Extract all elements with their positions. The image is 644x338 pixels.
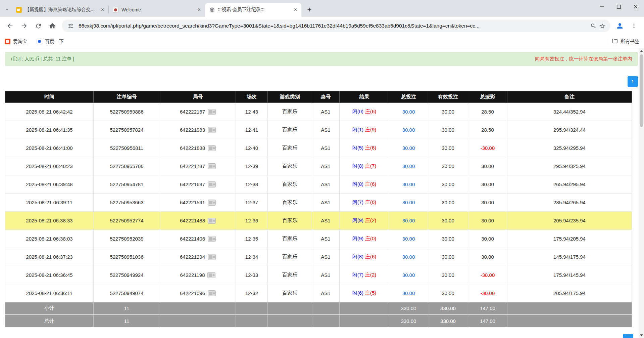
minimize-button[interactable] — [594, 0, 610, 13]
summary-cell: 小计 — [5, 302, 94, 315]
cell-session: 12-37 — [236, 194, 268, 212]
total-bet-link[interactable]: 30.00 — [402, 254, 415, 260]
tab-close-icon[interactable]: × — [99, 7, 106, 13]
cell-game-type: 百家乐 — [268, 230, 312, 248]
maximize-button[interactable] — [610, 0, 627, 13]
cell-valid-bet: 30.00 — [428, 248, 468, 266]
total-bet-link[interactable]: 30.00 — [402, 109, 415, 115]
game-replay-icon[interactable] — [208, 236, 216, 242]
tab-welcome[interactable]: Welcome × — [109, 3, 205, 17]
browser-window: 【新提醒】海燕策略论坛综合交... × Welcome × :::视讯 会员下注… — [0, 0, 644, 327]
summary-cell: 330.00 — [389, 315, 428, 327]
game-replay-icon[interactable] — [208, 181, 216, 187]
cell-note: 265.94/295.94 — [507, 175, 632, 194]
result-player: 闲(7) — [352, 272, 363, 278]
zoom-icon[interactable] — [589, 23, 598, 29]
game-replay-icon[interactable] — [208, 163, 216, 169]
scroll-up-icon[interactable] — [639, 48, 644, 54]
bookmark-taobao[interactable]: 爱淘宝 — [5, 39, 27, 45]
game-replay-icon[interactable] — [208, 254, 216, 260]
cell-valid-bet: 30.00 — [428, 175, 468, 194]
total-bet-link[interactable]: 30.00 — [402, 181, 415, 187]
total-bet-link[interactable]: 30.00 — [402, 272, 415, 278]
total-bet-link[interactable]: 30.00 — [402, 236, 415, 242]
round-number: 642221787 — [180, 163, 205, 169]
round-number: 642222167 — [180, 109, 205, 115]
column-header: 备注 — [507, 91, 632, 103]
tab-bet-records[interactable]: :::视讯 会员下注纪录::: × — [205, 3, 301, 17]
table-footer: 小计11330.00330.00147.00总计11330.00330.0014… — [5, 302, 632, 327]
game-replay-icon[interactable] — [208, 127, 216, 133]
tab-close-icon[interactable]: × — [196, 7, 202, 13]
total-bet-link[interactable]: 30.00 — [402, 127, 415, 133]
cell-session: 12-41 — [236, 121, 268, 139]
tab-list-chevron-icon[interactable] — [2, 3, 12, 17]
bet-row: 2025-08-21 06:40:23 522750955706 6422217… — [5, 157, 632, 175]
page-1-button[interactable]: 1 — [628, 76, 638, 87]
total-bet-link[interactable]: 30.00 — [402, 218, 415, 223]
result-banker: 庄(9) — [365, 127, 376, 132]
cell-round: 642221888 — [160, 139, 236, 157]
cell-valid-bet: 30.00 — [428, 284, 468, 302]
game-replay-icon[interactable] — [208, 145, 216, 151]
new-tab-button[interactable]: + — [304, 4, 315, 15]
game-replay-icon[interactable] — [208, 200, 216, 206]
round-number: 642221198 — [180, 272, 205, 278]
cell-round: 642221591 — [160, 194, 236, 212]
result-player: 闲(1) — [352, 127, 363, 132]
summary-bar: 币别 : 人民币 | 总共 :11 注单 | 同局有效投注，统一计算在该局第一张… — [5, 52, 638, 66]
result-player: 闲(8) — [352, 181, 363, 187]
summary-cell — [268, 302, 312, 315]
close-button[interactable] — [627, 0, 644, 13]
tab-close-icon[interactable]: × — [292, 7, 299, 13]
all-bookmarks-label: 所有书签 — [621, 39, 639, 45]
home-button[interactable] — [46, 19, 59, 33]
cell-time: 2025-08-21 06:38:33 — [5, 212, 94, 230]
column-header: 有效投注 — [428, 91, 468, 103]
cell-total-bet: 30.00 — [389, 175, 428, 194]
result-banker: 庄(6) — [365, 199, 376, 205]
address-bar[interactable]: 66cxkj98.com/ipl/portal.php/game/betreco… — [62, 19, 610, 32]
total-bet-link[interactable]: 30.00 — [402, 145, 415, 151]
total-bet-link[interactable]: 30.00 — [402, 200, 415, 205]
forward-button[interactable] — [17, 19, 31, 33]
pagination-bottom-partial[interactable] — [623, 334, 633, 338]
round-number: 642221096 — [180, 290, 205, 296]
cell-note: 325.94/295.94 — [507, 139, 632, 157]
bookmark-star-icon[interactable] — [598, 23, 606, 29]
cell-result: 闲(9)庄(0) — [340, 230, 389, 248]
game-replay-icon[interactable] — [208, 109, 216, 115]
pagination-top: 1 — [5, 76, 638, 87]
cell-bet-id: 522750952774 — [94, 212, 160, 230]
game-replay-icon[interactable] — [207, 272, 215, 278]
bookmark-label: 百度一下 — [45, 39, 64, 45]
scroll-down-icon[interactable] — [639, 333, 644, 338]
cell-table-id: AS1 — [312, 175, 340, 194]
game-replay-icon[interactable] — [208, 218, 216, 224]
tab-forum[interactable]: 【新提醒】海燕策略论坛综合交... × — [12, 3, 108, 17]
vertical-scrollbar[interactable] — [639, 48, 644, 338]
back-button[interactable] — [3, 19, 17, 33]
summary-cell — [507, 315, 632, 327]
url-text[interactable]: 66cxkj98.com/ipl/portal.php/game/betreco… — [79, 23, 586, 29]
total-bet-link[interactable]: 30.00 — [402, 290, 415, 296]
round-number: 642221888 — [180, 145, 205, 151]
total-bet-link[interactable]: 30.00 — [402, 163, 415, 169]
menu-icon[interactable] — [627, 19, 641, 33]
bookmark-baidu[interactable]: 百度一下 — [37, 39, 64, 45]
summary-row: 小计11330.00330.00147.00 — [5, 302, 632, 315]
cell-round: 642222167 — [160, 103, 236, 121]
scrollbar-thumb[interactable] — [640, 54, 643, 127]
cell-time: 2025-08-21 06:38:03 — [5, 230, 94, 248]
cell-session: 12-36 — [236, 212, 268, 230]
forum-favicon-icon — [16, 7, 22, 13]
site-info-icon[interactable] — [66, 23, 75, 29]
all-bookmarks-button[interactable]: 所有书签 — [612, 38, 639, 45]
game-replay-icon[interactable] — [208, 290, 216, 296]
summary-row: 总计11330.00330.00147.00 — [5, 315, 632, 327]
profile-icon[interactable] — [613, 19, 627, 33]
cell-note: 324.44/352.94 — [507, 103, 632, 121]
summary-cell: 11 — [94, 302, 160, 315]
result-banker: 庄(2) — [365, 217, 376, 223]
reload-button[interactable] — [32, 19, 45, 33]
